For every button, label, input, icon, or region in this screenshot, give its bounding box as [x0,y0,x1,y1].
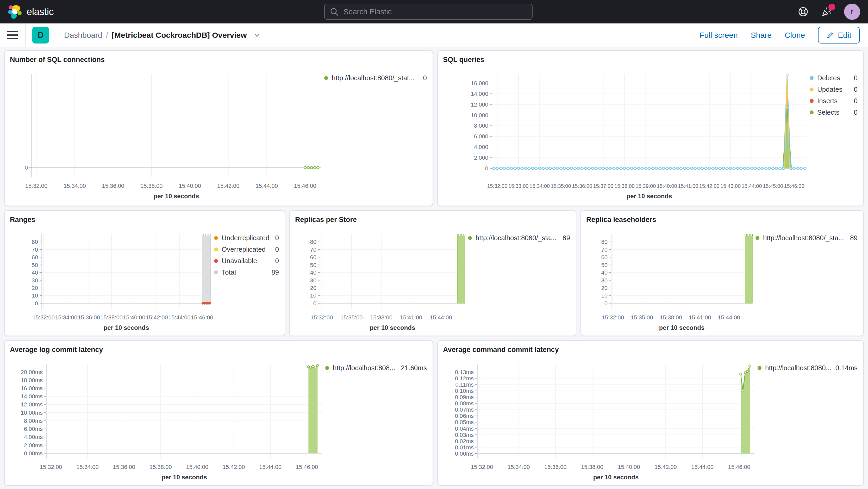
top-navigation-bar: elastic [0,0,868,24]
help-icon[interactable] [797,6,809,18]
chart-canvas[interactable]: 02,0004,0006,0008,00010,00012,00014,0001… [443,64,810,203]
legend-item[interactable]: http://localhost:8080/_stat...0 [324,72,428,84]
panel-title[interactable]: Average command commit latency [443,345,859,354]
share-button[interactable]: Share [751,31,772,40]
svg-text:15:33:00: 15:33:00 [508,183,529,189]
legend-item[interactable]: Underreplicated0 [214,232,280,244]
chart-canvas[interactable]: 0102030405060708015:32:0015:35:0015:38:0… [586,224,755,335]
dashboard-grid: Number of SQL connections 015:32:0015:34… [0,47,868,486]
svg-text:20: 20 [601,285,608,291]
legend-item[interactable]: http://localhost:8080/_sta...89 [468,232,571,244]
svg-text:15:36:00: 15:36:00 [78,314,100,321]
panel-title[interactable]: Replicas per Store [295,215,571,224]
svg-text:15:46:00: 15:46:00 [294,183,316,189]
svg-text:15:32:00: 15:32:00 [601,314,624,321]
svg-text:15:46:00: 15:46:00 [191,314,213,321]
divider [25,24,26,47]
dashboard-app-badge: D [32,27,49,43]
panel-title[interactable]: Number of SQL connections [10,55,428,64]
svg-text:10: 10 [601,292,608,299]
svg-text:0: 0 [604,300,608,307]
legend-value: 0.14ms [832,364,858,372]
legend-item[interactable]: Total89 [214,267,280,278]
full-screen-button[interactable]: Full screen [700,31,738,40]
svg-text:15:44:00: 15:44:00 [691,464,714,470]
svg-text:15:32:00: 15:32:00 [32,314,55,321]
chart-canvas[interactable]: 0102030405060708015:32:0015:34:0015:36:0… [10,224,214,335]
svg-text:15:42:00: 15:42:00 [146,314,168,321]
legend-item[interactable]: http://localhost:808...21.60ms [325,362,428,374]
svg-text:15:40:00: 15:40:00 [657,183,677,189]
svg-text:0.00ms: 0.00ms [24,450,43,457]
legend-label: Underreplicated [222,234,270,242]
chart-canvas[interactable]: 0.00ms0.01ms0.02ms0.03ms0.04ms0.05ms0.06… [443,354,757,484]
svg-text:15:32:00: 15:32:00 [471,464,493,470]
svg-text:15:37:00: 15:37:00 [593,183,614,189]
svg-text:10,000: 10,000 [471,112,488,119]
panel-sql-queries: SQL queries 02,0004,0006,0008,00010,0001… [437,50,864,206]
elastic-logo[interactable]: elastic [8,4,54,19]
svg-text:60: 60 [310,254,316,261]
svg-text:0.00ms: 0.00ms [455,451,474,457]
svg-text:15:38:00: 15:38:00 [581,464,603,470]
legend-label: http://localhost:8080/_sta... [763,234,844,242]
svg-text:per 10 seconds: per 10 seconds [161,473,207,481]
panel-replicas-per-store: Replicas per Store 0102030405060708015:3… [289,210,576,336]
svg-text:40: 40 [601,269,608,276]
legend-item[interactable]: Selects0 [810,106,859,118]
menu-icon[interactable] [7,29,18,41]
svg-text:30: 30 [601,277,608,284]
newsfeed-icon[interactable] [820,6,833,18]
legend-item[interactable]: http://localhost:8080...0.14ms [757,362,859,374]
svg-text:4,000: 4,000 [474,144,488,150]
svg-text:50: 50 [310,262,316,268]
legend-dot-icon [810,88,813,91]
legend-item[interactable]: Overreplicated0 [214,244,280,255]
chart-canvas[interactable]: 015:32:0015:34:0015:36:0015:38:0015:40:0… [10,64,324,203]
svg-text:15:41:00: 15:41:00 [678,183,698,189]
legend-item[interactable]: Updates0 [810,84,859,95]
svg-text:60: 60 [32,254,38,261]
panel-title[interactable]: Replica leaseholders [586,215,859,224]
svg-text:15:45:00: 15:45:00 [763,183,783,189]
pencil-icon [826,31,834,39]
search-input[interactable] [324,4,533,20]
legend-value: 89 [559,234,570,242]
legend-item[interactable]: Inserts0 [810,95,859,106]
svg-text:15:36:00: 15:36:00 [113,464,135,470]
panel-number-of-sql-connections: Number of SQL connections 015:32:0015:34… [4,50,433,206]
legend-label: http://localhost:808... [333,364,395,372]
svg-text:15:36:00: 15:36:00 [572,183,592,189]
legend-item[interactable]: Unavailable0 [214,255,280,267]
svg-text:20: 20 [310,285,316,291]
panel-title[interactable]: Average log commit latency [10,345,428,354]
edit-button[interactable]: Edit [818,27,860,43]
svg-text:8,000: 8,000 [474,122,488,129]
legend-dot-icon [214,259,218,263]
legend-value: 89 [846,234,858,242]
legend-label: http://localhost:8080... [765,364,831,372]
legend-label: Deletes [817,74,840,82]
svg-text:0.05ms: 0.05ms [455,419,474,425]
chart-canvas[interactable]: 0102030405060708015:32:0015:35:0015:38:0… [295,224,468,335]
panel-title[interactable]: Ranges [10,215,280,224]
svg-text:20: 20 [32,285,38,291]
svg-text:15:32:00: 15:32:00 [311,314,333,321]
legend-dot-icon [214,236,218,240]
title-options-caret-icon[interactable] [253,31,261,39]
breadcrumb-dashboard-link[interactable]: Dashboard [64,31,102,40]
legend-label: Inserts [817,97,838,105]
legend-item[interactable]: Deletes0 [810,72,859,84]
svg-text:0.09ms: 0.09ms [455,394,474,400]
panel-title[interactable]: SQL queries [443,55,859,64]
svg-text:0.01ms: 0.01ms [455,444,474,451]
legend-item[interactable]: http://localhost:8080/_sta...89 [755,232,859,244]
svg-text:30: 30 [310,277,316,284]
clone-button[interactable]: Clone [785,31,805,40]
svg-text:15:34:00: 15:34:00 [55,314,78,321]
svg-text:0.06ms: 0.06ms [455,412,474,419]
user-avatar[interactable]: r [844,4,860,20]
brand-name: elastic [27,6,54,18]
svg-text:per 10 seconds: per 10 seconds [154,192,199,200]
chart-canvas[interactable]: 0.00ms2.00ms4.00ms6.00ms8.00ms10.00ms12.… [10,354,325,484]
